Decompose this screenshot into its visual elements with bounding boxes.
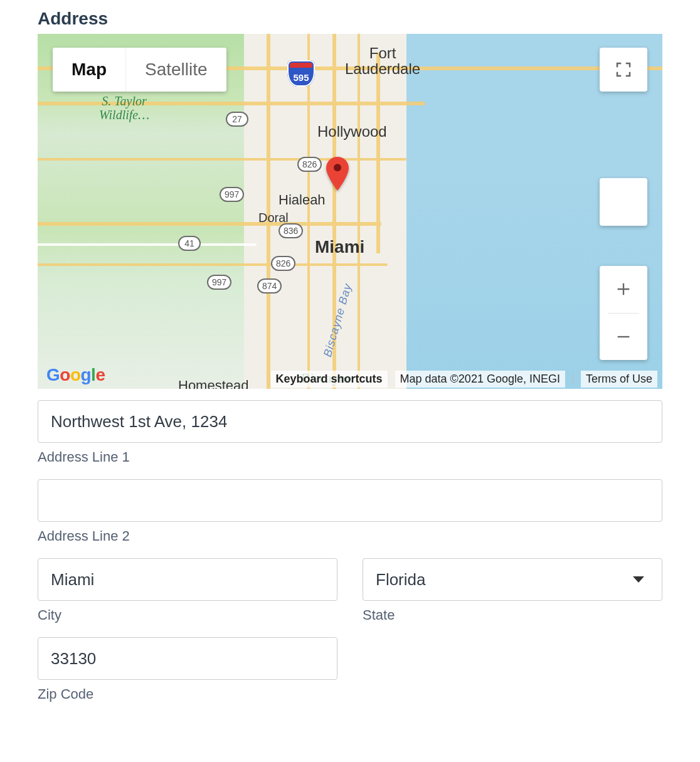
hwy-997a-badge: 997 [220, 187, 244, 202]
caret-down-icon [633, 576, 644, 583]
zoom-controls [600, 266, 647, 360]
map-data-attribution: Map data ©2021 Google, INEGI [395, 371, 565, 388]
minus-icon [615, 328, 632, 346]
hwy-997b-badge: 997 [207, 275, 231, 290]
address-line-2-input[interactable] [38, 479, 662, 522]
place-miami: Miami [315, 237, 364, 257]
terms-of-use-link[interactable]: Terms of Use [581, 371, 657, 388]
map[interactable]: S. Taylor Wildlife… Fort Lauderdale Holl… [38, 34, 662, 389]
zip-code-label: Zip Code [38, 686, 337, 702]
hwy-874-badge: 874 [257, 278, 282, 294]
address-form: Address Line 1 Address Line 2 City Flori… [38, 389, 662, 702]
fullscreen-button[interactable] [600, 48, 647, 92]
fullscreen-icon [614, 60, 633, 79]
place-hialeah: Hialeah [278, 192, 326, 208]
address-line-2-label: Address Line 2 [38, 528, 662, 544]
map-type-satellite-button[interactable]: Satellite [125, 48, 226, 92]
city-input[interactable] [38, 558, 337, 601]
zip-code-input[interactable] [38, 637, 337, 680]
park-label: S. Taylor Wildlife… [99, 94, 149, 122]
place-fort-lauderdale: Fort Lauderdale [345, 45, 420, 77]
interstate-595-badge: 595 [287, 60, 315, 87]
zoom-out-button[interactable] [600, 314, 647, 361]
map-type-toggle: Map Satellite [53, 48, 226, 92]
zoom-in-button[interactable] [600, 266, 647, 313]
city-label: City [38, 607, 337, 623]
map-marker[interactable] [326, 157, 349, 191]
hwy-836-badge: 836 [278, 223, 303, 238]
hwy-41-badge: 41 [178, 236, 201, 251]
state-select-value: Florida [376, 570, 425, 590]
streetview-button[interactable] [600, 178, 647, 226]
state-select[interactable]: Florida [363, 558, 662, 601]
address-line-1-input[interactable] [38, 400, 662, 443]
hwy-826b-badge: 826 [271, 256, 295, 271]
plus-icon [615, 280, 632, 298]
place-hollywood: Hollywood [317, 123, 387, 140]
svg-point-0 [334, 164, 341, 171]
map-type-map-button[interactable]: Map [53, 48, 125, 92]
map-attribution: Keyboard shortcuts Map data ©2021 Google… [38, 369, 662, 389]
hwy-27-badge: 27 [226, 112, 248, 127]
address-line-1-label: Address Line 1 [38, 449, 662, 465]
section-title: Address [38, 9, 662, 29]
state-label: State [363, 607, 662, 623]
keyboard-shortcuts-button[interactable]: Keyboard shortcuts [271, 371, 388, 388]
hwy-826a-badge: 826 [297, 157, 322, 172]
